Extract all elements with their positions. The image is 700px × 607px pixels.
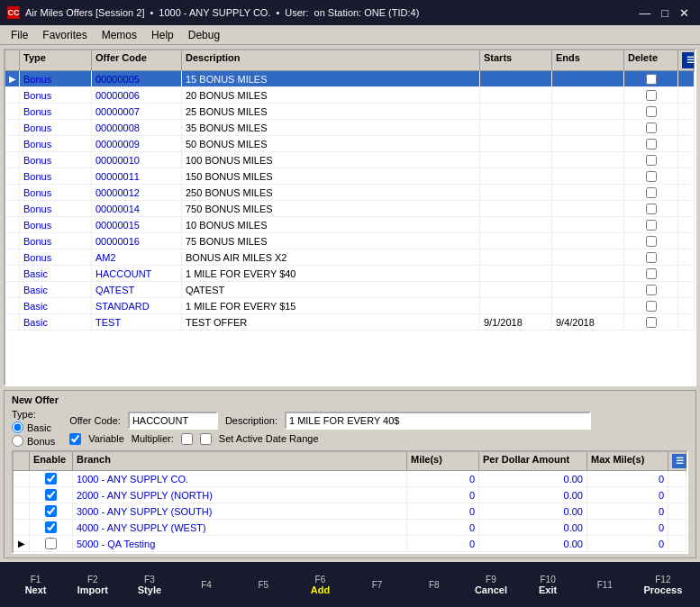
menu-debug[interactable]: Debug bbox=[181, 27, 227, 43]
enable-checkbox[interactable] bbox=[45, 505, 57, 517]
table-row[interactable]: Basic HACCOUNT 1 MILE FOR EVERY $40 bbox=[5, 266, 695, 282]
row-delete[interactable] bbox=[624, 314, 678, 330]
delete-checkbox[interactable] bbox=[646, 285, 657, 295]
menu-favorites[interactable]: Favorites bbox=[35, 27, 94, 43]
row-delete[interactable] bbox=[624, 266, 678, 281]
row-code[interactable]: AM2 bbox=[92, 249, 182, 265]
table-row[interactable]: Bonus 00000006 20 BONUS MILES bbox=[5, 87, 695, 104]
row-code[interactable]: HACCOUNT bbox=[92, 266, 182, 281]
row-delete[interactable] bbox=[624, 249, 678, 265]
table-row[interactable]: Bonus 00000010 100 BONUS MILES bbox=[5, 152, 695, 168]
row-delete[interactable] bbox=[624, 201, 678, 216]
row-code[interactable]: 00000007 bbox=[92, 104, 182, 119]
delete-checkbox[interactable] bbox=[646, 204, 657, 214]
delete-checkbox[interactable] bbox=[646, 122, 657, 133]
set-active-date-checkbox[interactable] bbox=[200, 433, 212, 445]
radio-basic-label[interactable]: Basic bbox=[12, 421, 55, 433]
delete-checkbox[interactable] bbox=[646, 236, 657, 247]
fkey-f4[interactable]: F4 bbox=[188, 580, 224, 590]
row-delete[interactable] bbox=[624, 152, 678, 168]
row-delete[interactable] bbox=[624, 136, 678, 151]
fkey-f12[interactable]: F12 Process bbox=[643, 575, 682, 595]
inner-table-row[interactable]: 3000 - ANY SUPPLY (SOUTH) 0 0.00 0 bbox=[14, 503, 686, 520]
delete-checkbox[interactable] bbox=[646, 187, 657, 198]
row-delete[interactable] bbox=[624, 217, 678, 232]
radio-basic[interactable] bbox=[12, 421, 23, 433]
offer-code-input[interactable] bbox=[128, 412, 218, 430]
fkey-f5[interactable]: F5 bbox=[245, 580, 281, 590]
inner-row-enable[interactable] bbox=[30, 536, 73, 551]
enable-checkbox[interactable] bbox=[45, 489, 57, 501]
inner-table-row[interactable]: 2000 - ANY SUPPLY (NORTH) 0 0.00 0 bbox=[14, 487, 686, 503]
inner-row-enable[interactable] bbox=[30, 520, 73, 535]
multiplier-checkbox[interactable] bbox=[181, 433, 193, 445]
fkey-f11[interactable]: F11 bbox=[586, 580, 623, 590]
row-delete[interactable] bbox=[624, 298, 678, 313]
delete-checkbox[interactable] bbox=[646, 74, 657, 85]
row-code[interactable]: 00000010 bbox=[92, 152, 182, 168]
inner-row-enable[interactable] bbox=[30, 471, 73, 486]
table-row[interactable]: Bonus 00000007 25 BONUS MILES bbox=[5, 104, 695, 120]
row-code[interactable]: STANDARD bbox=[92, 298, 182, 313]
row-code[interactable]: 00000014 bbox=[92, 201, 182, 216]
inner-row-enable[interactable] bbox=[30, 503, 73, 519]
row-delete[interactable] bbox=[624, 87, 678, 103]
delete-checkbox[interactable] bbox=[646, 106, 657, 117]
fkey-f3[interactable]: F3 Style bbox=[132, 575, 168, 595]
row-delete[interactable] bbox=[624, 71, 678, 86]
delete-checkbox[interactable] bbox=[646, 171, 657, 182]
row-code[interactable]: 00000008 bbox=[92, 120, 182, 135]
table-row[interactable]: Bonus 00000014 750 BONUS MILES bbox=[5, 201, 695, 217]
delete-checkbox[interactable] bbox=[646, 317, 657, 328]
row-delete[interactable] bbox=[624, 185, 678, 200]
table-row[interactable]: ▶ Bonus 00000005 15 BONUS MILES bbox=[5, 71, 695, 87]
fkey-f2[interactable]: F2 Import bbox=[75, 575, 111, 595]
inner-table-row[interactable]: 1000 - ANY SUPPLY CO. 0 0.00 0 bbox=[14, 471, 686, 487]
table-row[interactable]: Basic STANDARD 1 MILE FOR EVERY $15 bbox=[5, 298, 695, 314]
menu-memos[interactable]: Memos bbox=[95, 27, 144, 43]
table-row[interactable]: Basic QATEST QATEST bbox=[5, 282, 695, 298]
table-row[interactable]: Bonus 00000009 50 BONUS MILES bbox=[5, 136, 695, 152]
row-code[interactable]: 00000009 bbox=[92, 136, 182, 151]
fkey-f9[interactable]: F9 Cancel bbox=[473, 575, 509, 595]
description-input[interactable] bbox=[285, 412, 591, 430]
table-row[interactable]: Bonus 00000015 10 BONUS MILES bbox=[5, 217, 695, 233]
enable-checkbox[interactable] bbox=[45, 521, 57, 533]
delete-checkbox[interactable] bbox=[646, 90, 657, 101]
fkey-f8[interactable]: F8 bbox=[416, 580, 452, 590]
table-row[interactable]: Bonus 00000011 150 BONUS MILES bbox=[5, 168, 695, 185]
row-code[interactable]: 00000012 bbox=[92, 185, 182, 200]
inner-table-row[interactable]: 4000 - ANY SUPPLY (WEST) 0 0.00 0 bbox=[14, 520, 686, 536]
delete-checkbox[interactable] bbox=[646, 155, 657, 166]
row-delete[interactable] bbox=[624, 282, 678, 297]
row-code[interactable]: TEST bbox=[92, 314, 182, 330]
close-button[interactable]: ✕ bbox=[676, 6, 693, 20]
fkey-f10[interactable]: F10 Exit bbox=[530, 575, 566, 595]
menu-file[interactable]: File bbox=[4, 27, 35, 43]
enable-checkbox[interactable] bbox=[45, 473, 57, 485]
table-row[interactable]: Bonus 00000012 250 BONUS MILES bbox=[5, 185, 695, 201]
delete-checkbox[interactable] bbox=[646, 268, 657, 279]
minimize-button[interactable]: — bbox=[635, 6, 654, 20]
inner-table-row[interactable]: ▶ 5000 - QA Testing 0 0.00 0 bbox=[14, 536, 686, 552]
fkey-f6[interactable]: F6 Add bbox=[302, 575, 338, 595]
delete-checkbox[interactable] bbox=[646, 139, 657, 149]
row-delete[interactable] bbox=[624, 104, 678, 119]
table-row[interactable]: Basic TEST TEST OFFER 9/1/2018 9/4/2018 bbox=[5, 314, 695, 331]
row-code[interactable]: 00000016 bbox=[92, 233, 182, 249]
delete-checkbox[interactable] bbox=[646, 301, 657, 312]
radio-bonus-label[interactable]: Bonus bbox=[12, 435, 55, 447]
fkey-f7[interactable]: F7 bbox=[359, 580, 395, 590]
row-code[interactable]: 00000006 bbox=[92, 87, 182, 103]
enable-checkbox[interactable] bbox=[45, 538, 57, 549]
row-delete[interactable] bbox=[624, 168, 678, 184]
row-code[interactable]: QATEST bbox=[92, 282, 182, 297]
fkey-f1[interactable]: F1 Next bbox=[18, 575, 54, 595]
row-code[interactable]: 00000015 bbox=[92, 217, 182, 232]
table-row[interactable]: Bonus 00000008 35 BONUS MILES bbox=[5, 120, 695, 136]
table-menu-icon[interactable]: ☰ bbox=[682, 52, 695, 68]
radio-bonus[interactable] bbox=[12, 435, 23, 447]
variable-checkbox[interactable] bbox=[69, 433, 81, 445]
maximize-button[interactable]: □ bbox=[658, 6, 672, 20]
row-code[interactable]: 00000005 bbox=[92, 71, 182, 86]
